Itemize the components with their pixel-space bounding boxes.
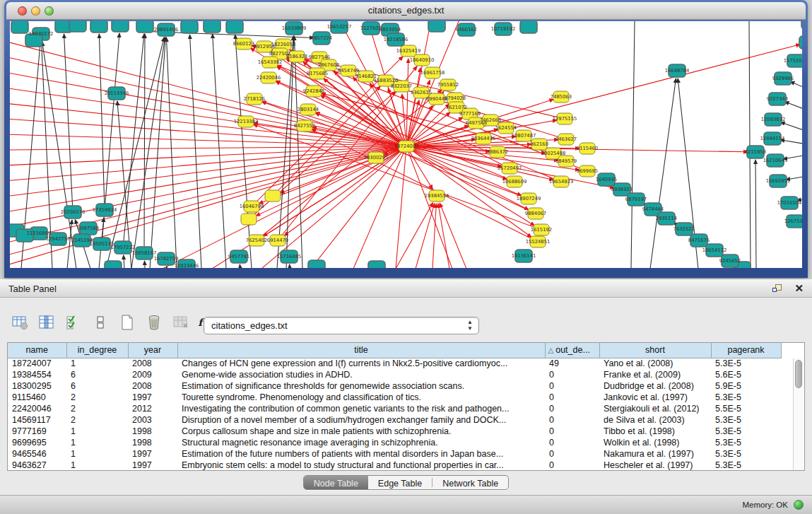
graph-node[interactable] (368, 261, 385, 268)
window-title: citations_edges.txt (6, 5, 806, 16)
graph-node-label: 18300295 (364, 155, 389, 160)
network-window: citations_edges.txt 18724007866012389129… (4, 0, 808, 278)
graph-node[interactable] (69, 21, 86, 32)
new-table-icon[interactable] (117, 313, 137, 332)
table-cell: Dudbridge et al. (2008) (599, 380, 711, 392)
column-header-name[interactable]: name (8, 343, 66, 358)
graph-node[interactable] (11, 21, 28, 33)
graph-node[interactable] (181, 21, 198, 33)
node-table-grid: name in_degree year title △out_de... sho… (8, 343, 782, 471)
graph-node[interactable] (241, 214, 257, 225)
show-columns-icon[interactable] (37, 313, 57, 332)
graph-node-label: 14035572 (29, 31, 54, 37)
select-stepper-icon: ▲▼ (467, 319, 473, 332)
table-cell: 5.3E-5 (711, 414, 781, 426)
table-scrollbar[interactable] (793, 358, 804, 470)
graph-node-label: 1640935 (596, 177, 617, 182)
graph-node[interactable] (265, 190, 281, 201)
graph-node-label: 16046798 (240, 204, 264, 209)
table-row[interactable]: 977716911998Corpus callosum shape and si… (8, 426, 781, 437)
table-cell: 9465546 (8, 448, 66, 460)
graph-node[interactable] (90, 21, 107, 33)
table-row[interactable]: 1872400712008Changes of HCN gene express… (8, 358, 781, 369)
table-cell: Tibbo et al. (1998) (599, 426, 711, 437)
row-height-icon[interactable] (90, 313, 110, 332)
table-row[interactable]: 1830029562008Estimation of significance … (8, 380, 781, 392)
column-header-short[interactable]: short (599, 343, 711, 358)
graph-node-label: 19654923 (549, 179, 574, 185)
graph-edge (784, 102, 802, 112)
table-row[interactable]: 969969511998Structural magnetic resonanc… (8, 437, 781, 448)
table-cell: 22420046 (8, 403, 66, 414)
graph-node-label: 10654112 (702, 247, 727, 253)
column-header-title[interactable]: title (177, 343, 545, 358)
table-cell: 19384554 (8, 369, 66, 380)
graph-node[interactable] (520, 21, 537, 33)
graph-edge (650, 78, 676, 268)
graph-node[interactable] (112, 21, 129, 32)
close-panel-icon[interactable]: ✕ (794, 282, 804, 295)
graph-node[interactable] (801, 21, 802, 29)
graph-edge (166, 37, 177, 268)
graph-node[interactable] (226, 21, 243, 33)
memory-ok-indicator (794, 500, 804, 510)
graph-node-label: 6879197 (625, 197, 647, 202)
table-row[interactable]: 1938455462009Genome-wide association stu… (8, 369, 781, 380)
graph-node-label: 12923446 (175, 263, 199, 268)
delete-table-icon[interactable] (144, 313, 164, 332)
table-row[interactable]: 946362711997Embryonic stem cells: a mode… (8, 460, 781, 471)
graph-node-label: 9474444 (642, 206, 664, 212)
graph-node-label: 2718126 (244, 96, 265, 102)
graph-node-label: 16648784 (665, 68, 690, 74)
graph-node[interactable] (136, 21, 153, 33)
tab-node-table[interactable]: Node Table (304, 476, 368, 489)
table-cell: 0 (545, 426, 599, 437)
table-settings-icon[interactable] (10, 313, 30, 332)
graph-node[interactable] (105, 261, 122, 268)
table-row[interactable]: 1456911722003Disruption of a novel membe… (8, 414, 781, 426)
graph-node-label: 7462666 (480, 117, 501, 123)
table-cell: 2003 (128, 414, 177, 426)
graph-node[interactable] (308, 260, 325, 268)
graph-node-label: 15692951 (766, 178, 791, 184)
graph-edge (131, 37, 165, 268)
graph-node-label: 9457791 (228, 254, 249, 259)
select-rows-icon[interactable] (64, 313, 83, 332)
graph-node[interactable] (799, 36, 802, 49)
window-titlebar[interactable]: citations_edges.txt (6, 2, 806, 20)
table-cell: 0 (545, 369, 599, 380)
table-cell: 5.9E-5 (711, 380, 781, 392)
table-row[interactable]: 2242004622012Investigating the contribut… (8, 403, 781, 414)
table-cell: 1997 (128, 448, 177, 460)
graph-node-label: 7625402 (246, 238, 267, 243)
table-cell: Genome-wide association studies in ADHD. (177, 369, 545, 380)
tab-edge-table[interactable]: Edge Table (368, 476, 432, 489)
graph-node-label: 15524851 (526, 239, 551, 245)
table-cell: 0 (545, 448, 599, 460)
graph-node-label: 9884067 (525, 211, 546, 216)
graph-node-label: 12093832 (761, 117, 786, 122)
graph-node-label: 18724007 (394, 144, 419, 149)
graph-node[interactable] (428, 21, 445, 32)
graph-node-label: 9329966 (772, 76, 794, 81)
graph-node-label: 14136141 (512, 253, 536, 259)
table-cell: 0 (545, 403, 599, 414)
graph-node-label: 1621072 (446, 105, 467, 110)
graph-node-label: 9175685 (307, 71, 328, 76)
column-header-year[interactable]: year (128, 343, 177, 358)
graph-edge (406, 100, 419, 146)
table-row[interactable]: 946554611997Estimation of the future num… (8, 448, 781, 460)
column-header-in-degree[interactable]: in_degree (66, 343, 128, 358)
table-source-select[interactable]: citations_edges.txt ▲▼ (204, 317, 479, 334)
network-canvas[interactable]: 1872400786601238912954182260589827502165… (10, 21, 802, 268)
column-header-pagerank[interactable]: pagerank (711, 343, 781, 358)
table-cell: 0 (545, 460, 599, 471)
column-header-out-degree[interactable]: △out_de... (545, 343, 599, 358)
float-panel-icon[interactable] (772, 284, 784, 295)
tab-network-table[interactable]: Network Table (433, 476, 508, 489)
graph-node[interactable] (204, 21, 220, 33)
table-scrollbar-thumb[interactable] (795, 360, 802, 388)
graph-node-label: 19218586 (384, 37, 408, 42)
table-cell: 18300295 (8, 380, 66, 392)
table-row[interactable]: 911546021997Tourette syndrome. Phenomeno… (8, 392, 781, 403)
